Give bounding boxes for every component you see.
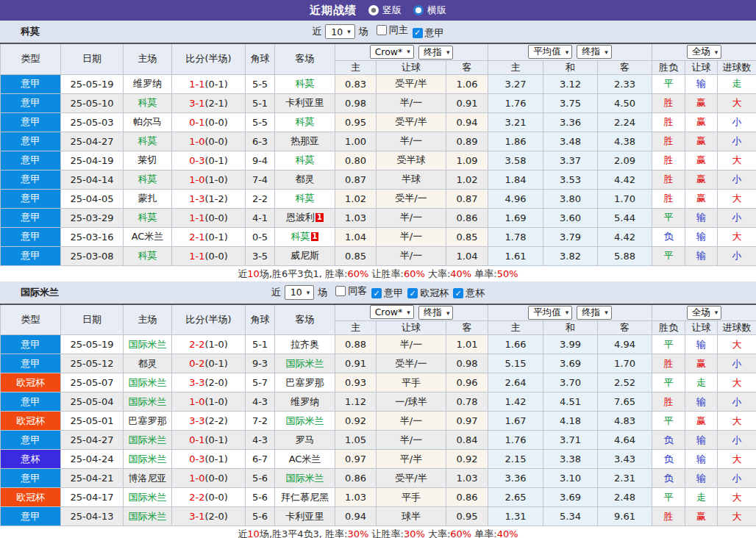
team-link[interactable]: 恩波利 (286, 212, 315, 223)
team-cell: 国际米兰 (124, 335, 172, 354)
checkbox-checked-icon[interactable]: ✓ (413, 28, 423, 38)
team-link[interactable]: 科莫 (296, 193, 315, 204)
team-link[interactable]: 卡利亚里 (286, 97, 324, 108)
fulltime-score: 1-3 (189, 193, 204, 204)
avg-stage-select[interactable]: 终指▾ (577, 45, 612, 59)
team-link[interactable]: 国际米兰 (129, 453, 167, 465)
filter-checkbox[interactable]: ✓欧冠杯 (407, 287, 449, 300)
games-label: 场 (318, 286, 327, 299)
team-link[interactable]: 都灵 (296, 173, 315, 184)
average-odds-cell: 2.64 (488, 373, 543, 392)
team-link[interactable]: 科莫 (138, 173, 157, 184)
team-link[interactable]: 博洛尼亚 (129, 473, 167, 484)
result-cell: 输 (685, 208, 718, 227)
team-link[interactable]: 维罗纳 (290, 396, 319, 407)
team-link[interactable]: 科莫 (138, 97, 157, 108)
summary-segment: 让胜率: (368, 528, 404, 538)
fulltime-score: 3-3 (189, 415, 204, 426)
handicap-odds-cell: 0.92 (446, 450, 488, 469)
average-odds-cell: 9.61 (598, 507, 652, 526)
corner-score: 3-5 (246, 246, 275, 265)
result-cell: 胜 (652, 189, 685, 208)
corner-score: 2-2 (246, 189, 275, 208)
fulltime-score: 2-2 (189, 339, 204, 350)
team-link[interactable]: 国际米兰 (286, 473, 324, 484)
average-odds-cell: 3.53 (543, 170, 598, 189)
avg-stage-select[interactable]: 终指▾ (577, 306, 612, 320)
corner-score: 5-5 (246, 112, 275, 132)
team-link[interactable]: AC米兰 (132, 231, 164, 242)
team-link[interactable]: 国际米兰 (129, 511, 167, 522)
checkbox-checked-icon[interactable]: ✓ (453, 288, 463, 298)
scope-select[interactable]: 全场▾ (687, 45, 722, 59)
radio-unselected-icon[interactable] (413, 5, 424, 15)
team-link[interactable]: 国际米兰 (129, 377, 167, 388)
handicap-odds-cell: 0.86 (446, 208, 488, 227)
team-link[interactable]: 科莫 (138, 250, 157, 261)
checkbox-checked-icon[interactable]: ✓ (371, 288, 382, 298)
average-odds-cell: 3.43 (598, 450, 652, 469)
radio-option-horizontal[interactable]: 横版 (413, 4, 446, 17)
team-link[interactable]: 卡利亚里 (286, 511, 324, 522)
matches-table: 类型日期主场比分(半场)角球客场Crow*▾终指▾平均值▾终指▾全场▾ 主让球客… (0, 304, 756, 527)
match-row: 意甲25-04-19莱切0-3(0-1)9-4科莫0.80受半球1.093.58… (1, 151, 756, 170)
team-link[interactable]: 蒙扎 (138, 193, 157, 204)
team-link[interactable]: 都灵 (138, 358, 157, 369)
team-link[interactable]: 科莫 (296, 116, 315, 127)
column-header: 主场 (124, 43, 172, 74)
radio-selected-icon[interactable] (368, 5, 379, 15)
team-link[interactable]: 国际米兰 (129, 339, 167, 350)
column-header: 比分(半场) (172, 304, 246, 335)
sub-column-header: 主 (488, 60, 543, 74)
team-link[interactable]: 拜仁慕尼黑 (281, 492, 329, 503)
halftime-score: (0-1) (204, 155, 227, 166)
team-link[interactable]: 科莫 (296, 78, 315, 89)
team-link[interactable]: 国际米兰 (286, 358, 324, 369)
result-cell: 小 (718, 431, 756, 450)
team-link[interactable]: 拉齐奥 (290, 339, 319, 350)
team-link[interactable]: 罗马 (296, 434, 315, 445)
avg-odds-select[interactable]: 平均值▾ (528, 306, 572, 320)
average-odds-cell: 3.99 (543, 335, 598, 354)
team-link[interactable]: 热那亚 (290, 135, 319, 146)
checkbox-checked-icon[interactable]: ✓ (407, 288, 418, 298)
filter-checkbox[interactable]: ✓意甲 (371, 287, 403, 300)
checkbox-unchecked-icon[interactable] (335, 286, 346, 296)
team-link[interactable]: 国际米兰 (129, 396, 167, 407)
team-link[interactable]: 威尼斯 (290, 250, 319, 261)
team-link[interactable]: 莱切 (138, 154, 157, 165)
radio-option-vertical[interactable]: 竖版 (368, 4, 402, 17)
summary-segment: 30% (404, 528, 425, 538)
match-count-select[interactable]: 10 ▾ (285, 285, 314, 300)
team-link[interactable]: 科莫 (138, 135, 157, 146)
team-link[interactable]: 科莫 (138, 212, 157, 223)
filter-checkbox[interactable]: ✓意杯 (453, 287, 485, 300)
team-link[interactable]: AC米兰 (289, 453, 321, 465)
match-row: 欧冠杯25-05-01巴塞罗那3-3(2-2)7-2国际米兰0.92半/一0.9… (1, 412, 756, 431)
team-link[interactable]: 国际米兰 (286, 415, 324, 426)
team-link[interactable]: 帕尔马 (133, 116, 162, 127)
odds-stage-select[interactable]: 终指▾ (418, 306, 454, 320)
team-link[interactable]: 维罗纳 (133, 78, 162, 89)
team-link[interactable]: 科莫 (296, 154, 315, 165)
header-select-group: 全场▾ (652, 43, 756, 60)
odds-stage-select[interactable]: 终指▾ (418, 46, 454, 60)
scope-select[interactable]: 全场▾ (687, 306, 722, 320)
halftime-score: (0-1) (204, 434, 227, 445)
odds-company-select[interactable]: Crow*▾ (370, 305, 414, 319)
team-link[interactable]: 巴塞罗那 (286, 377, 324, 388)
team-link[interactable]: 国际米兰 (129, 492, 167, 503)
checkbox-unchecked-icon[interactable] (377, 25, 387, 35)
team-link[interactable]: 国际米兰 (129, 434, 167, 445)
filter-checkbox[interactable]: ✓意甲 (413, 26, 444, 40)
team-link[interactable]: 科莫 (291, 231, 310, 242)
filter-checkbox[interactable]: 同主 (377, 24, 408, 37)
corner-score: 4-1 (246, 208, 275, 227)
team-link[interactable]: 巴塞罗那 (129, 415, 167, 426)
handicap-odds-cell: 半/一 (377, 93, 446, 112)
match-count-select[interactable]: 10 ▾ (325, 24, 354, 39)
avg-odds-select[interactable]: 平均值▾ (528, 45, 572, 59)
odds-company-select[interactable]: Crow*▾ (370, 45, 414, 59)
average-odds-cell: 5.88 (598, 246, 652, 265)
filter-checkbox[interactable]: 同客 (335, 284, 367, 298)
